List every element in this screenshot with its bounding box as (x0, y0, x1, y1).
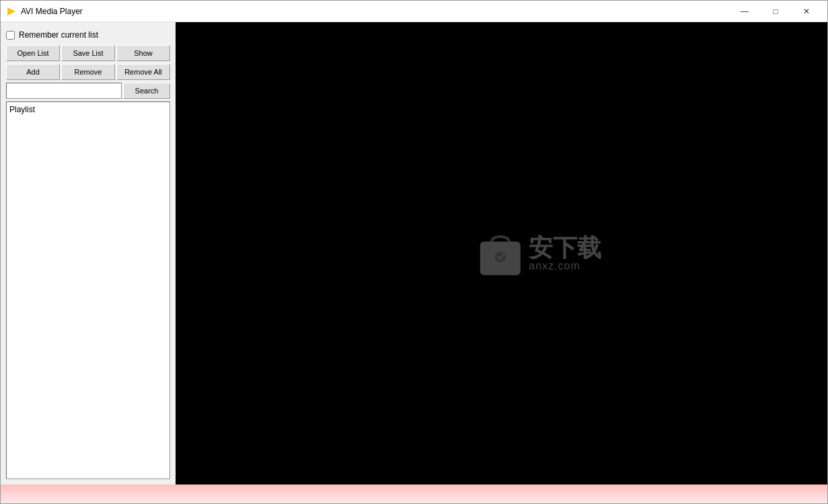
app-window: AVI Media Player — □ ✕ Remember current … (0, 0, 828, 504)
video-area: 安下载 anxz.com (176, 22, 827, 485)
close-button[interactable]: ✕ (791, 1, 822, 22)
show-button[interactable]: Show (116, 45, 170, 61)
btn-row-1: Open List Save List Show (6, 45, 170, 61)
remove-all-button[interactable]: Remove All (116, 64, 170, 80)
remember-label: Remember current list (19, 30, 98, 40)
main-content: Remember current list Open List Save Lis… (1, 22, 827, 485)
playlist-area[interactable]: Playlist (6, 101, 170, 479)
btn-row-2: Add Remove Remove All (6, 64, 170, 80)
window-title: AVI Media Player (21, 7, 729, 16)
left-panel: Remember current list Open List Save Lis… (1, 22, 176, 485)
watermark-bag-icon (476, 228, 523, 279)
playlist-label: Playlist (9, 105, 35, 114)
remember-row: Remember current list (6, 28, 170, 42)
bottom-bar (1, 485, 827, 503)
watermark-zh-text: 安下载 (529, 235, 601, 259)
save-list-button[interactable]: Save List (61, 45, 115, 61)
add-button[interactable]: Add (6, 64, 60, 80)
title-bar: AVI Media Player — □ ✕ (1, 1, 827, 22)
window-controls: — □ ✕ (729, 1, 822, 22)
open-list-button[interactable]: Open List (6, 45, 60, 61)
search-row: Search (6, 83, 170, 99)
watermark: 安下载 anxz.com (476, 228, 601, 279)
app-icon (6, 6, 17, 17)
watermark-en-text: anxz.com (529, 259, 580, 271)
remember-checkbox[interactable] (6, 31, 15, 40)
remove-button[interactable]: Remove (61, 64, 115, 80)
svg-marker-0 (7, 7, 15, 15)
search-input[interactable] (6, 83, 122, 99)
search-button[interactable]: Search (123, 83, 170, 99)
watermark-text: 安下载 anxz.com (529, 235, 601, 271)
minimize-button[interactable]: — (729, 1, 760, 22)
maximize-button[interactable]: □ (760, 1, 791, 22)
